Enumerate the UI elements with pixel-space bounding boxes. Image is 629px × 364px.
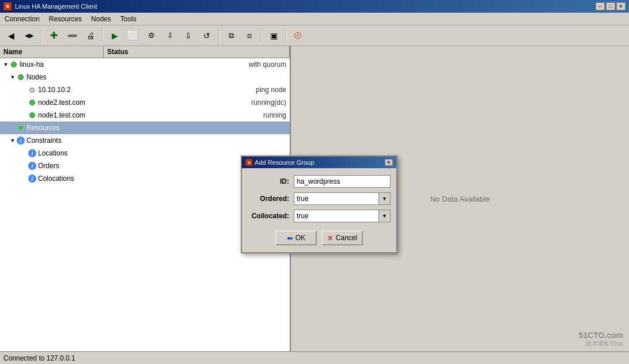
- ok-button[interactable]: ⬅ OK: [275, 230, 317, 245]
- tree-row[interactable]: ⚙ 10.10.10.2 ping node: [0, 84, 290, 96]
- dialog-ordered-select[interactable]: true ▼: [294, 192, 391, 205]
- app-title: Linux HA Management Client: [15, 3, 592, 10]
- tree-row[interactable]: ▼ linux-ha with quorum: [0, 58, 290, 71]
- green-dot-icon: [16, 123, 25, 132]
- green-dot-icon: [16, 73, 25, 82]
- tree-status-linux-ha: with quorum: [249, 60, 290, 69]
- ok-icon: ⬅: [287, 234, 293, 242]
- dialog-collocated-row: Collocated: true ▼: [248, 210, 391, 222]
- tree-row[interactable]: ▼ i Constraints: [0, 134, 290, 147]
- tree-toggle-nodes[interactable]: ▼: [9, 74, 16, 81]
- dialog-app-icon: ★: [245, 159, 252, 166]
- tree-toggle-locations: [21, 150, 28, 157]
- toolbar-separator-3: [218, 29, 219, 43]
- dialog-ordered-arrow[interactable]: ▼: [378, 193, 390, 204]
- menu-resources[interactable]: Resources: [44, 13, 86, 25]
- status-text: Connected to 127.0.0.1: [3, 354, 75, 362]
- play-button[interactable]: ▶: [106, 28, 123, 44]
- toolbar: ◀ ◀▶ ✚ ➖ 🖨 ▶ ⬜ ⚙ ⇩ ⇩ ↺ ⧉ ⧈ ▣ ⮾: [0, 25, 629, 46]
- app-icon: ★: [3, 2, 12, 10]
- tree-toggle-ping: [21, 86, 28, 93]
- menu-connection[interactable]: Connection: [0, 13, 44, 25]
- window-controls: ─ □ ✕: [596, 2, 626, 10]
- stop-button[interactable]: ⬜: [124, 28, 142, 44]
- tree-label-resources: Resources: [26, 124, 286, 132]
- tree-toggle-linux-ha[interactable]: ▼: [2, 61, 9, 68]
- tree-row[interactable]: ▼ Nodes: [0, 71, 290, 84]
- tree-label-nodes: Nodes: [26, 73, 286, 81]
- more-properties-button[interactable]: ⧈: [241, 28, 258, 44]
- revert-button[interactable]: ↺: [198, 28, 215, 44]
- tree-label-linux-ha: linux-ha: [20, 60, 249, 69]
- dialog-collocated-select[interactable]: true ▼: [294, 210, 391, 222]
- menu-nodes[interactable]: Nodes: [86, 13, 116, 25]
- dialog-title: Add Resource Group: [255, 159, 382, 166]
- migrate-left-button[interactable]: ⇩: [161, 28, 179, 44]
- tree-toggle-colocations: [21, 175, 28, 182]
- tree-status-ping: ping node: [256, 86, 290, 94]
- tree-status-node2: running(dc): [251, 98, 290, 107]
- dialog-collocated-value: true: [294, 210, 378, 222]
- tree-label-constraints: Constraints: [26, 136, 286, 145]
- status-bar: Connected to 127.0.0.1: [0, 351, 629, 364]
- tree-toggle-resources[interactable]: [9, 124, 16, 131]
- gear-icon: ⚙: [28, 85, 37, 94]
- remove-button[interactable]: ➖: [63, 28, 81, 44]
- dialog-title-bar: ★ Add Resource Group ✕: [242, 157, 396, 168]
- tree-toggle-constraints[interactable]: ▼: [9, 137, 16, 144]
- tree-header-name: Name: [0, 46, 104, 58]
- deploy-button[interactable]: 🖨: [82, 28, 99, 44]
- dialog-body: ID: Ordered: true ▼ Collocated: true ▼: [242, 168, 396, 252]
- toolbar-separator-1: [41, 29, 42, 43]
- info-icon: i: [28, 161, 37, 170]
- forward-button[interactable]: ◀▶: [21, 28, 38, 44]
- tree-row[interactable]: node2.test.com running(dc): [0, 96, 290, 109]
- close-button[interactable]: ✕: [616, 2, 626, 10]
- ok-label: OK: [295, 234, 305, 242]
- tree-header-status: Status: [104, 46, 290, 58]
- dialog-ordered-value: true: [294, 193, 378, 204]
- refresh-button[interactable]: ⇩: [180, 28, 197, 44]
- title-bar: ★ Linux HA Management Client ─ □ ✕: [0, 0, 629, 13]
- menu-bar: Connection Resources Nodes Tools: [0, 13, 629, 25]
- dialog-id-row: ID:: [248, 175, 391, 188]
- info-icon: i: [16, 136, 25, 145]
- back-button[interactable]: ◀: [2, 28, 20, 44]
- dialog-ordered-row: Ordered: true ▼: [248, 192, 391, 205]
- tree-header: Name Status: [0, 46, 290, 58]
- tree-row[interactable]: node1.test.com running: [0, 109, 290, 122]
- info-icon: i: [28, 149, 37, 158]
- green-dot-icon: [28, 98, 37, 107]
- dialog-collocated-label: Collocated:: [248, 212, 294, 220]
- tree-toggle-node1: [21, 112, 28, 119]
- exit-button[interactable]: ⮾: [289, 28, 306, 44]
- minimize-button[interactable]: ─: [596, 2, 605, 10]
- maximize-button[interactable]: □: [606, 2, 615, 10]
- toolbar-separator-5: [285, 29, 286, 43]
- tree-label-node2: node2.test.com: [38, 98, 251, 107]
- dialog-close-button[interactable]: ✕: [385, 159, 393, 166]
- menu-tools[interactable]: Tools: [116, 13, 141, 25]
- properties-button[interactable]: ⧉: [222, 28, 240, 44]
- add-resource-group-dialog: ★ Add Resource Group ✕ ID: Ordered: true…: [241, 156, 397, 253]
- migrate-right-button[interactable]: ⚙: [143, 28, 160, 44]
- tree-status-node1: running: [263, 111, 290, 119]
- tree-toggle-node2: [21, 99, 28, 106]
- green-dot-icon: [28, 111, 37, 120]
- cancel-icon: ✕: [327, 234, 334, 242]
- info-icon: i: [28, 174, 37, 183]
- add-button[interactable]: ✚: [45, 28, 62, 44]
- dialog-id-input[interactable]: [294, 175, 391, 188]
- tree-toggle-orders: [21, 162, 28, 169]
- tree-row-resources[interactable]: Resources: [0, 122, 290, 134]
- view-button[interactable]: ▣: [265, 28, 282, 44]
- cancel-button[interactable]: ✕ Cancel: [321, 230, 363, 245]
- no-data-text: No Data Available: [430, 195, 490, 203]
- tree-label-ping: 10.10.10.2: [38, 86, 256, 94]
- green-dot-icon: [9, 60, 18, 69]
- toolbar-separator-4: [261, 29, 262, 43]
- toolbar-separator-2: [102, 29, 103, 43]
- tree-label-node1: node1.test.com: [38, 111, 263, 119]
- dialog-id-label: ID:: [248, 177, 294, 185]
- dialog-collocated-arrow[interactable]: ▼: [378, 210, 390, 222]
